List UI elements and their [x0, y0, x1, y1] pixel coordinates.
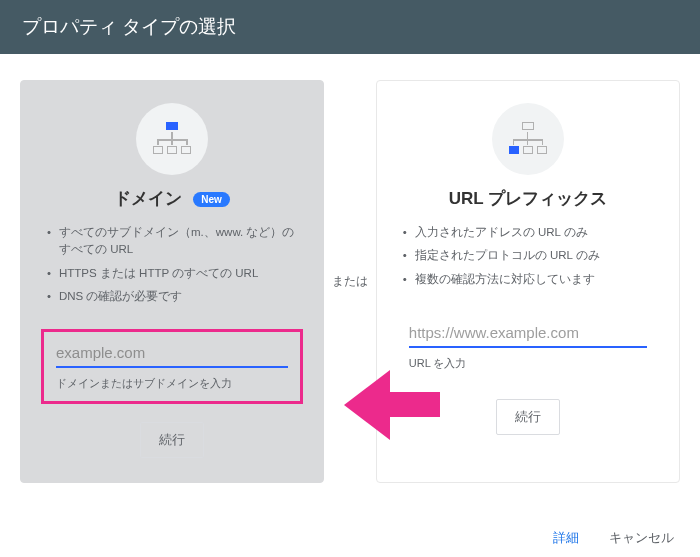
url-input-hint: URL を入力: [409, 356, 647, 371]
url-features: 入力されたアドレスの URL のみ 指定されたプロトコルの URL のみ 複数の…: [397, 224, 659, 312]
more-link[interactable]: 詳細: [553, 529, 579, 547]
domain-continue-button[interactable]: 続行: [140, 422, 204, 458]
property-type-selection: ドメイン New すべてのサブドメイン（m.、www. など）のすべての URL…: [0, 54, 700, 491]
sitemap-icon: [492, 103, 564, 175]
annotation-arrow-icon: [344, 370, 440, 440]
domain-input-hint: ドメインまたはサブドメインを入力: [56, 376, 288, 391]
domain-input-block: ドメインまたはサブドメインを入力: [41, 329, 303, 404]
url-continue-button[interactable]: 続行: [496, 399, 560, 435]
page-title: プロパティ タイプの選択: [0, 0, 700, 54]
new-badge: New: [193, 192, 230, 207]
domain-card[interactable]: ドメイン New すべてのサブドメイン（m.、www. など）のすべての URL…: [20, 80, 324, 483]
domain-features: すべてのサブドメイン（m.、www. など）のすべての URL HTTPS また…: [41, 224, 303, 329]
url-card-title: URL プレフィックス: [397, 187, 659, 210]
cancel-link[interactable]: キャンセル: [609, 529, 674, 547]
sitemap-icon: [136, 103, 208, 175]
domain-input[interactable]: [56, 340, 288, 368]
domain-card-title: ドメイン New: [41, 187, 303, 210]
url-input[interactable]: [409, 320, 647, 348]
footer-actions: 詳細 キャンセル: [553, 529, 674, 547]
